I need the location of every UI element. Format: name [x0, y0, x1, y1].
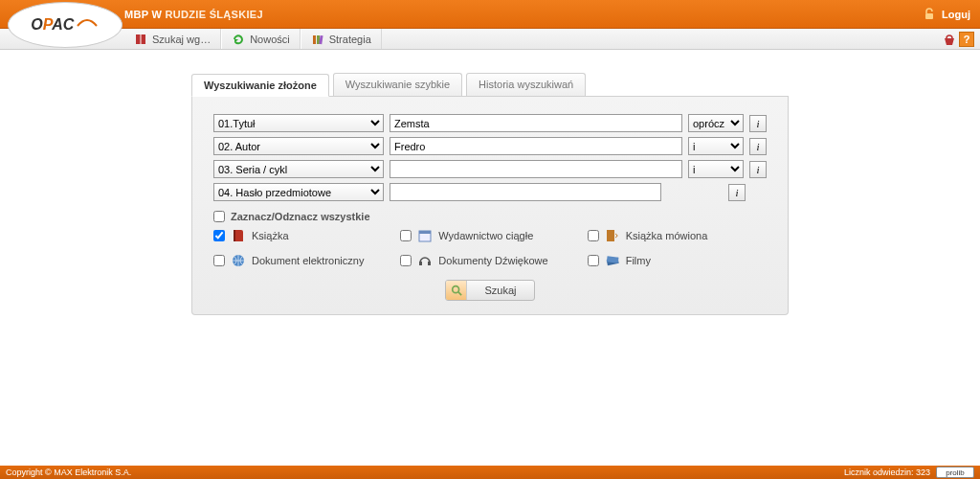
doctype-sound: Dokumenty Dźwiękowe	[400, 253, 579, 268]
svg-rect-5	[234, 230, 235, 241]
svg-point-14	[453, 286, 459, 293]
svg-line-15	[458, 292, 461, 295]
prolib-logo: prolib	[936, 467, 974, 478]
doctype-label: Dokumenty Dźwiękowe	[438, 255, 547, 266]
toolbar-label: Szukaj wg…	[152, 34, 211, 45]
toolbar-label: Strategia	[329, 34, 371, 45]
operator-select[interactable]: i	[688, 160, 744, 178]
books-icon	[311, 33, 324, 46]
svg-rect-7	[419, 231, 431, 234]
doctype-checkbox[interactable]	[400, 230, 412, 241]
value-input-title[interactable]	[390, 114, 682, 132]
login-button[interactable]: Loguj	[923, 8, 970, 21]
doctype-grid: Książka Wydawnictwo ciągłe Książka mówio…	[213, 228, 767, 268]
info-button[interactable]: i	[728, 184, 746, 201]
check-all-checkbox[interactable]	[213, 211, 225, 222]
library-prefix: MBP W	[124, 9, 162, 20]
tab-label: Wyszukiwanie szybkie	[345, 79, 450, 90]
logo[interactable]: OPAC	[8, 2, 122, 48]
logo-letter-accent: P	[43, 16, 52, 33]
tabs: Wyszukiwanie złożone Wyszukiwanie szybki…	[191, 73, 789, 97]
doctype-label: Filmy	[626, 255, 651, 266]
headphones-icon	[417, 253, 433, 268]
doctype-checkbox[interactable]	[588, 255, 599, 266]
check-all-row: Zaznacz/Odznacz wszystkie	[213, 211, 767, 222]
doctype-checkbox[interactable]	[400, 255, 412, 266]
footer: Copyright © MAX Elektronik S.A. Licznik …	[0, 466, 980, 479]
copyright: Copyright © MAX Elektronik S.A.	[6, 468, 131, 477]
tab-advanced-search[interactable]: Wyszukiwanie złożone	[191, 74, 329, 97]
unlock-icon	[923, 8, 936, 21]
operator-select[interactable]: oprócz	[688, 114, 744, 132]
info-button[interactable]: i	[749, 161, 767, 178]
basket-icon[interactable]	[942, 33, 955, 46]
operator-select[interactable]: i	[688, 137, 744, 155]
book-icon	[231, 228, 246, 243]
search-button-label: Szukaj	[467, 282, 533, 299]
check-all-label: Zaznacz/Odznacz wszystkie	[231, 211, 370, 222]
search-row: 03. Seria / cykl i i	[213, 160, 767, 178]
search-form: 01.Tytuł oprócz i 02. Autor i i 03. Seri…	[191, 97, 789, 315]
tab-quick-search[interactable]: Wyszukiwanie szybkie	[333, 73, 462, 96]
doctype-label: Książka	[252, 230, 289, 241]
value-input-series[interactable]	[390, 160, 682, 178]
search-row: 02. Autor i i	[213, 137, 767, 155]
toolbar-strategy[interactable]: Strategia	[301, 29, 382, 49]
globe-icon	[231, 253, 246, 268]
doctype-label: Książka mówiona	[626, 230, 708, 241]
search-icon	[446, 281, 467, 300]
toolbar-label: Nowości	[250, 34, 290, 45]
tab-history[interactable]: Historia wyszukiwań	[466, 73, 586, 96]
svg-rect-10	[419, 262, 422, 265]
doctype-serial: Wydawnictwo ciągłe	[400, 228, 579, 243]
toolbar: Szukaj wg… Nowości Strategia ?	[0, 29, 980, 50]
search-row: 04. Hasło przedmiotowe i	[213, 183, 767, 201]
book-icon	[134, 33, 147, 46]
doctype-electronic: Dokument elektroniczny	[213, 253, 392, 268]
doctype-checkbox[interactable]	[213, 230, 225, 241]
visit-counter: Licznik odwiedzin: 323	[844, 468, 930, 477]
audiobook-icon	[605, 228, 620, 243]
logo-letter: AC	[52, 16, 74, 33]
svg-rect-11	[428, 262, 431, 265]
tab-label: Historia wyszukiwań	[479, 79, 573, 90]
logo-text: OPAC	[31, 16, 100, 34]
help-button[interactable]: ?	[959, 32, 974, 47]
toolbar-news[interactable]: Nowości	[221, 29, 301, 49]
doctype-checkbox[interactable]	[213, 255, 225, 266]
field-select-series[interactable]: 03. Seria / cykl	[213, 160, 384, 178]
field-select-subject[interactable]: 04. Hasło przedmiotowe	[213, 183, 384, 201]
refresh-icon	[232, 33, 245, 46]
doctype-audiobook: Książka mówiona	[588, 228, 767, 243]
doctype-label: Dokument elektroniczny	[252, 255, 364, 266]
info-button[interactable]: i	[749, 115, 767, 132]
doctype-checkbox[interactable]	[588, 230, 599, 241]
tab-label: Wyszukiwanie złożone	[204, 80, 317, 91]
value-input-author[interactable]	[390, 137, 682, 155]
svg-rect-2	[313, 35, 316, 44]
toolbar-search-by[interactable]: Szukaj wg…	[124, 29, 221, 49]
library-name: MBP W RUDZIE ŚLĄSKIEJ	[124, 9, 263, 20]
field-select-author[interactable]: 02. Autor	[213, 137, 384, 155]
login-label: Loguj	[942, 9, 970, 20]
logo-letter: O	[31, 16, 42, 33]
top-header: MBP W RUDZIE ŚLĄSKIEJ Loguj	[0, 0, 980, 29]
doctype-label: Wydawnictwo ciągłe	[438, 230, 533, 241]
info-button[interactable]: i	[749, 138, 767, 155]
field-select-title[interactable]: 01.Tytuł	[213, 114, 384, 132]
search-button[interactable]: Szukaj	[445, 280, 534, 301]
doctype-film: Filmy	[588, 253, 767, 268]
svg-rect-0	[925, 13, 933, 19]
value-input-subject[interactable]	[390, 183, 661, 201]
doctype-book: Książka	[213, 228, 392, 243]
calendar-icon	[417, 228, 433, 243]
svg-rect-8	[607, 230, 614, 241]
film-icon	[605, 253, 620, 268]
search-row: 01.Tytuł oprócz i	[213, 114, 767, 132]
library-city: RUDZIE ŚLĄSKIEJ	[166, 9, 263, 20]
